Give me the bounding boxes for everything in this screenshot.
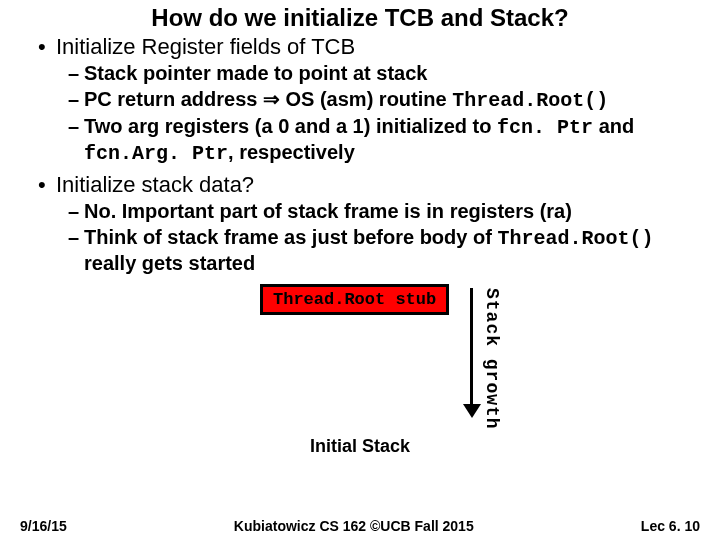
code-threadroot: Thread.Root() (452, 89, 608, 112)
footer-date: 9/16/15 (20, 518, 67, 534)
text: and (593, 115, 634, 137)
stack-growth-label: Stack growth (482, 288, 502, 430)
footer: 9/16/15 Kubiatowicz CS 162 ©UCB Fall 201… (20, 518, 700, 534)
slide: How do we initialize TCB and Stack? Init… (0, 4, 720, 540)
slide-title: How do we initialize TCB and Stack? (20, 4, 700, 32)
text: , respectively (228, 141, 355, 163)
dash-stack-pointer: Stack pointer made to point at stack (68, 61, 700, 86)
code-fcnargptr: fcn.Arg. Ptr (84, 142, 228, 165)
arrow-symbol: ⇒ (263, 88, 280, 110)
threadroot-stub-box: Thread.Root stub (260, 284, 449, 315)
diagram: Thread.Root stub Stack growth (20, 284, 700, 434)
code-threadroot2: Thread.Root() (497, 227, 653, 250)
bullet-tcb-fields: Initialize Register fields of TCB (38, 34, 700, 60)
stack-growth-arrow (460, 288, 484, 418)
text: really gets started (84, 252, 255, 274)
code-fcnptr: fcn. Ptr (497, 116, 593, 139)
arrow-head-icon (463, 404, 481, 418)
text: OS (asm) routine (280, 88, 452, 110)
text: Think of stack frame as just before body… (84, 226, 497, 248)
footer-lecnum: Lec 6. 10 (641, 518, 700, 534)
arrow-line (470, 288, 473, 406)
text: Two arg registers (a 0 and a 1) initiali… (84, 115, 497, 137)
footer-course: Kubiatowicz CS 162 ©UCB Fall 2015 (234, 518, 474, 534)
bullet-stack-data: Initialize stack data? (38, 172, 700, 198)
dash-think-stack: Think of stack frame as just before body… (68, 225, 700, 276)
dash-no-important: No. Important part of stack frame is in … (68, 199, 700, 224)
dash-pc-return: PC return address ⇒ OS (asm) routine Thr… (68, 87, 700, 113)
text: PC return address (84, 88, 263, 110)
initial-stack-caption: Initial Stack (20, 436, 700, 457)
dash-arg-registers: Two arg registers (a 0 and a 1) initiali… (68, 114, 700, 166)
